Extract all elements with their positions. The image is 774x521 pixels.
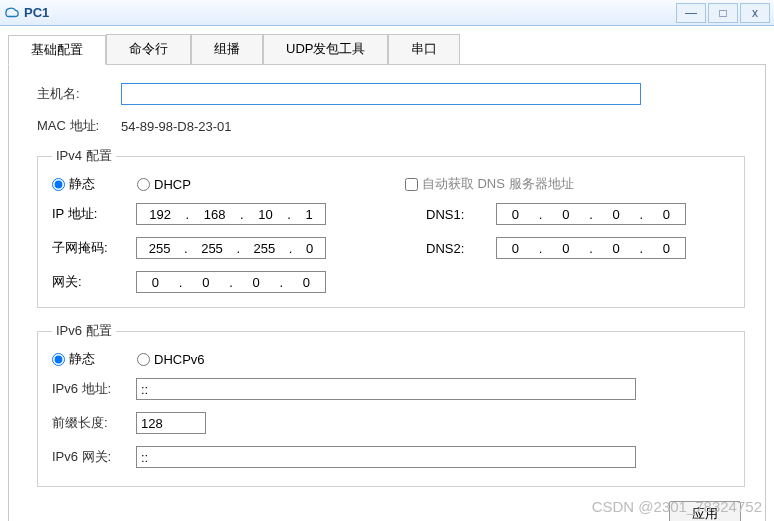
window-buttons: — □ x [674,3,770,23]
content-frame: 主机名: MAC 地址: 54-89-98-D8-23-01 IPv4 配置 静… [8,64,766,521]
gw-input[interactable]: 0. 0. 0. 0 [136,271,326,293]
ipv4-static-option[interactable]: 静态 [52,175,95,193]
close-button[interactable]: x [740,3,770,23]
ipv6-fieldset: IPv6 配置 静态 DHCPv6 IPv6 地址: 前缀长度: IPv6 网关… [37,322,745,487]
ipv4-legend: IPv4 配置 [52,147,116,165]
ipv4-static-radio[interactable] [52,178,65,191]
hostname-label: 主机名: [37,85,121,103]
ipv6-static-option[interactable]: 静态 [52,350,95,368]
ipv4-dhcp-radio[interactable] [137,178,150,191]
apply-button[interactable]: 应用 [669,501,741,521]
ipv4-static-label: 静态 [69,175,95,193]
ipv6-static-label: 静态 [69,350,95,368]
mac-label: MAC 地址: [37,117,121,135]
mask-input[interactable]: 255. 255. 255. 0 [136,237,326,259]
mac-value: 54-89-98-D8-23-01 [121,119,232,134]
ipv6-gw-label: IPv6 网关: [52,448,136,466]
tab-cli[interactable]: 命令行 [106,34,191,64]
ipv6-legend: IPv6 配置 [52,322,116,340]
auto-dns-checkbox[interactable] [405,178,418,191]
ipv6-dhcp-radio[interactable] [137,353,150,366]
app-icon [4,5,20,21]
gw-label: 网关: [52,273,136,291]
ipv6-gw-input[interactable] [136,446,636,468]
tab-udp[interactable]: UDP发包工具 [263,34,388,64]
dns2-input[interactable]: 0. 0. 0. 0 [496,237,686,259]
ipv4-fieldset: IPv4 配置 静态 DHCP 自动获取 DNS 服务器地址 IP 地址: 19… [37,147,745,308]
ip-label: IP 地址: [52,205,136,223]
tab-bar: 基础配置 命令行 组播 UDP发包工具 串口 [8,34,766,64]
ip-input[interactable]: 192. 168. 10. 1 [136,203,326,225]
maximize-button[interactable]: □ [708,3,738,23]
dns1-label: DNS1: [426,207,496,222]
mask-label: 子网掩码: [52,239,136,257]
ipv6-addr-input[interactable] [136,378,636,400]
tab-multicast[interactable]: 组播 [191,34,263,64]
tab-serial[interactable]: 串口 [388,34,460,64]
dns2-label: DNS2: [426,241,496,256]
ipv6-addr-label: IPv6 地址: [52,380,136,398]
auto-dns-label: 自动获取 DNS 服务器地址 [422,175,574,193]
auto-dns-option[interactable]: 自动获取 DNS 服务器地址 [405,175,574,193]
ipv6-prefix-label: 前缀长度: [52,414,136,432]
tab-basic[interactable]: 基础配置 [8,35,106,65]
ipv6-prefix-input[interactable] [136,412,206,434]
title-bar: PC1 — □ x [0,0,774,26]
ipv6-static-radio[interactable] [52,353,65,366]
hostname-input[interactable] [121,83,641,105]
minimize-button[interactable]: — [676,3,706,23]
window-title: PC1 [24,5,49,20]
ipv6-dhcp-label: DHCPv6 [154,352,205,367]
ipv4-dhcp-option[interactable]: DHCP [137,177,191,192]
ipv6-dhcp-option[interactable]: DHCPv6 [137,352,205,367]
dns1-input[interactable]: 0. 0. 0. 0 [496,203,686,225]
ipv4-dhcp-label: DHCP [154,177,191,192]
